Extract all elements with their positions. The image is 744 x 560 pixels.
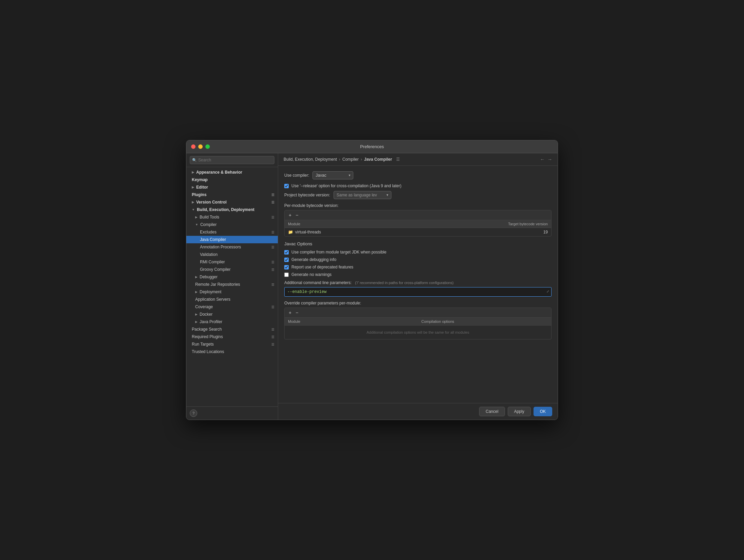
breadcrumb-sep-1: ›	[339, 157, 340, 162]
sidebar-item-java-compiler[interactable]: Java Compiler	[186, 236, 278, 243]
table-header: Module Target bytecode version	[285, 220, 551, 228]
nav-back-button[interactable]: ←	[540, 157, 545, 162]
table-row[interactable]: 📁 virtual-threads 19	[285, 228, 551, 236]
badge-icon: ☰	[271, 260, 274, 264]
sidebar-item-trusted-locations[interactable]: Trusted Locations	[186, 348, 278, 355]
cmd-label: Additional command line parameters:	[284, 280, 352, 285]
sidebar-item-label: Java Profiler	[200, 319, 222, 324]
chevron-right-icon: ▶	[192, 200, 194, 204]
report-deprecated-label: Report use of deprecated features	[291, 265, 353, 269]
panel-content: Use compiler: Javac Eclipse Ajc Use '--r…	[278, 166, 558, 403]
cmd-label-row: Additional command line parameters: ('/'…	[284, 280, 552, 285]
sidebar-item-deployment[interactable]: ▶ Deployment	[186, 288, 278, 296]
override-section: Override compiler parameters per-module:…	[284, 301, 552, 339]
release-option-label: Use '--release' option for cross-compila…	[291, 183, 401, 188]
sidebar-item-required-plugins[interactable]: Required Plugins ☰	[186, 333, 278, 340]
window-title: Preferences	[360, 144, 384, 149]
badge-icon: ☰	[271, 215, 274, 219]
generate-debug-label: Generate debugging info	[291, 257, 336, 262]
sidebar-item-docker[interactable]: ▶ Docker	[186, 311, 278, 318]
sidebar-item-plugins[interactable]: Plugins ☰	[186, 191, 278, 198]
expand-icon[interactable]: ⤢	[546, 290, 549, 293]
sidebar-item-app-servers[interactable]: Application Servers	[186, 296, 278, 303]
checkbox-generate-debug: Generate debugging info	[284, 257, 552, 262]
breadcrumb-part-3: Java Compiler	[364, 157, 392, 162]
add-module-button[interactable]: +	[287, 212, 293, 218]
sidebar-item-java-profiler[interactable]: ▶ Java Profiler	[186, 318, 278, 326]
sidebar-item-compiler[interactable]: ▼ Compiler	[186, 221, 278, 228]
generate-debug-checkbox[interactable]	[284, 258, 289, 262]
chevron-right-icon: ▶	[192, 171, 194, 174]
help-button[interactable]: ?	[190, 409, 197, 417]
sidebar-item-label: Validation	[200, 252, 218, 257]
sidebar-item-build-tools[interactable]: ▶ Build Tools ☰	[186, 213, 278, 221]
search-input[interactable]	[190, 156, 274, 164]
sidebar-item-label: Keymap	[192, 177, 208, 182]
cmd-input[interactable]: --enable-preview	[285, 287, 551, 296]
sidebar-item-run-targets[interactable]: Run Targets ☰	[186, 340, 278, 348]
override-toolbar: + −	[285, 308, 551, 318]
cancel-button[interactable]: Cancel	[479, 407, 505, 416]
sidebar-item-label: Groovy Compiler	[200, 267, 231, 272]
breadcrumb-sep-2: ›	[361, 157, 362, 162]
ok-button[interactable]: OK	[534, 407, 552, 416]
module-version: 19	[487, 230, 548, 234]
remove-module-button[interactable]: −	[294, 212, 300, 218]
maximize-button[interactable]	[205, 144, 210, 149]
bytecode-select[interactable]: Same as language lev 891011 12131415 161…	[334, 191, 391, 199]
breadcrumb-navigation: ← →	[540, 157, 552, 162]
close-button[interactable]	[191, 144, 196, 149]
badge-icon: ☰	[271, 268, 274, 272]
sidebar-item-validation[interactable]: Validation	[186, 251, 278, 258]
module-icon: 📁	[288, 230, 293, 234]
override-label: Override compiler parameters per-module:	[284, 301, 552, 305]
compiler-select[interactable]: Javac Eclipse Ajc	[312, 171, 353, 179]
traffic-lights	[191, 144, 210, 149]
sidebar-item-keymap[interactable]: Keymap	[186, 176, 278, 183]
nav-forward-button[interactable]: →	[547, 157, 552, 162]
sidebar-item-annotation-processors[interactable]: Annotation Processors ☰	[186, 243, 278, 251]
sidebar-item-label: Debugger	[200, 275, 218, 279]
override-header: Module Compilation options	[285, 318, 551, 326]
bytecode-version-row: Project bytecode version: Same as langua…	[284, 191, 552, 199]
titlebar: Preferences	[186, 140, 558, 153]
override-empty-text: Additional compilation options will be t…	[285, 326, 551, 339]
badge-icon: ☰	[271, 193, 274, 197]
apply-button[interactable]: Apply	[508, 407, 531, 416]
per-module-table: + − Module Target bytecode version 📁 vir…	[284, 210, 552, 237]
badge-icon: ☰	[271, 343, 274, 346]
sidebar-item-label: Docker	[200, 312, 213, 317]
sidebar-item-groovy-compiler[interactable]: Groovy Compiler ☰	[186, 266, 278, 273]
col-module: Module	[285, 220, 490, 228]
sidebar-item-label: Build, Execution, Deployment	[197, 207, 254, 212]
main-panel: Build, Execution, Deployment › Compiler …	[278, 153, 558, 420]
sidebar-item-build-exec[interactable]: ▼ Build, Execution, Deployment	[186, 206, 278, 213]
sidebar-item-debugger[interactable]: ▶ Debugger	[186, 273, 278, 281]
sidebar-item-remote-jar[interactable]: Remote Jar Repositories ☰	[186, 281, 278, 288]
per-module-label: Per-module bytecode version:	[284, 203, 552, 208]
sidebar-item-label: Build Tools	[200, 215, 219, 220]
release-option-checkbox[interactable]	[284, 184, 289, 188]
sidebar-item-excludes[interactable]: Excludes ☰	[186, 228, 278, 236]
sidebar-bottom: ?	[186, 406, 278, 420]
sidebar-item-editor[interactable]: ▶ Editor	[186, 183, 278, 191]
use-module-jdk-checkbox[interactable]	[284, 250, 289, 255]
sidebar-item-appearance[interactable]: ▶ Appearance & Behavior	[186, 169, 278, 176]
sidebar-item-label: Required Plugins	[192, 334, 223, 339]
sidebar-item-coverage[interactable]: Coverage ☰	[186, 303, 278, 311]
sidebar-item-rmi-compiler[interactable]: RMI Compiler ☰	[186, 258, 278, 266]
breadcrumb-part-1: Build, Execution, Deployment	[284, 157, 337, 162]
add-override-button[interactable]: +	[287, 309, 293, 316]
no-warnings-checkbox[interactable]	[284, 273, 289, 277]
chevron-right-icon: ▶	[195, 275, 198, 279]
sidebar-item-label: Editor	[196, 185, 208, 190]
sidebar-item-package-search[interactable]: Package Search ☰	[186, 326, 278, 333]
chevron-right-icon: ▶	[195, 313, 198, 316]
sidebar-item-label: Appearance & Behavior	[196, 170, 242, 175]
report-deprecated-checkbox[interactable]	[284, 265, 289, 269]
minimize-button[interactable]	[198, 144, 203, 149]
checkbox-no-warnings: Generate no warnings	[284, 272, 552, 277]
remove-override-button[interactable]: −	[294, 309, 300, 316]
sidebar-item-version-control[interactable]: ▶ Version Control ☰	[186, 198, 278, 206]
cmd-input-wrapper: --enable-preview ⤢	[284, 287, 552, 297]
